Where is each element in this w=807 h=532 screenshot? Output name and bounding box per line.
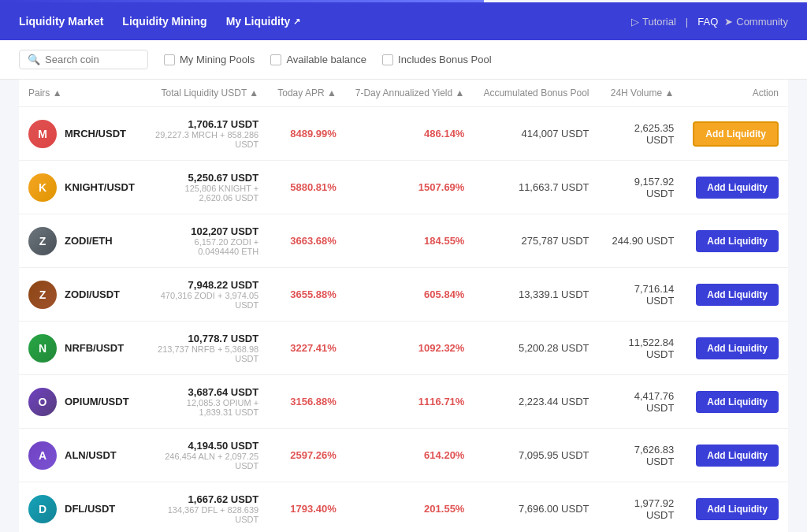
bonus-value-1: 11,663.7 USDT	[519, 181, 589, 193]
bonus-value-6: 7,095.95 USDT	[519, 449, 589, 461]
liquidity-main-1: 5,250.67 USDT	[154, 172, 258, 184]
volume-cell-7: 1,977.92 USDT	[599, 482, 684, 533]
pair-cell-5: O OPIUM/USDT	[19, 375, 144, 429]
col-bonus-pool: Accumulated Bonus Pool	[474, 80, 598, 107]
pair-icon-1: K	[28, 173, 57, 202]
pair-cell-0: M MRCH/USDT	[19, 107, 144, 161]
add-liquidity-button-2[interactable]: Add Liquidity	[696, 230, 779, 252]
liquidity-main-0: 1,706.17 USDT	[154, 118, 258, 130]
yield-value-7: 201.55%	[424, 503, 464, 515]
includes-bonus-pool-checkbox[interactable]	[382, 54, 393, 65]
liquidity-main-3: 7,948.22 USDT	[154, 279, 258, 291]
nav-my-liquidity[interactable]: My Liquidity ↗	[226, 12, 301, 31]
liquidity-sub-4: 213,737 NRFB + 5,368.98 USDT	[154, 344, 258, 363]
add-liquidity-button-7[interactable]: Add Liquidity	[696, 498, 779, 520]
liquidity-cell-0: 1,706.17 USDT 29,227.3 MRCH + 858.286 US…	[144, 107, 268, 161]
liquidity-cell-7: 1,667.62 USDT 134,367 DFL + 828.639 USDT	[144, 482, 268, 533]
add-liquidity-button-5[interactable]: Add Liquidity	[696, 391, 779, 413]
pair-cell-1: K KNIGHT/USDT	[19, 161, 144, 214]
pair-cell-6: A ALN/USDT	[19, 429, 144, 482]
bonus-value-0: 414,007 USDT	[522, 128, 589, 140]
my-mining-pools-checkbox[interactable]	[164, 54, 175, 65]
pair-name-7: DFL/USDT	[65, 503, 115, 515]
col-7day-yield[interactable]: 7-Day Annualized Yield ▲	[346, 80, 474, 107]
nav-liquidity-market[interactable]: Liquidity Market	[19, 12, 103, 31]
pair-name-0: MRCH/USDT	[65, 128, 126, 140]
liquidity-main-5: 3,687.64 USDT	[154, 386, 258, 398]
tutorial-link[interactable]: ▷ Tutorial	[631, 16, 676, 28]
liquidity-sub-1: 125,806 KNIGHT + 2,620.06 USDT	[154, 184, 258, 203]
my-mining-pools-toggle[interactable]: My Mining Pools	[164, 54, 255, 65]
col-total-liquidity[interactable]: Total Liquidity USDT ▲	[144, 80, 268, 107]
pair-icon-4: N	[28, 334, 57, 363]
add-liquidity-button-6[interactable]: Add Liquidity	[696, 445, 779, 467]
pair-cell-4: N NRFB/USDT	[19, 322, 144, 375]
apr-cell-5: 3156.88%	[268, 375, 346, 429]
bonus-cell-4: 5,200.28 USDT	[474, 322, 598, 375]
available-balance-toggle[interactable]: Available balance	[270, 54, 366, 65]
apr-value-7: 1793.40%	[290, 503, 337, 515]
col-24h-volume[interactable]: 24H Volume ▲	[599, 80, 684, 107]
volume-cell-1: 9,157.92 USDT	[599, 161, 684, 214]
table-row: D DFL/USDT 1,667.62 USDT 134,367 DFL + 8…	[19, 482, 788, 533]
table-header-row: Pairs ▲ Total Liquidity USDT ▲ Today APR…	[19, 80, 788, 107]
col-today-apr[interactable]: Today APR ▲	[268, 80, 346, 107]
includes-bonus-pool-toggle[interactable]: Includes Bonus Pool	[382, 54, 492, 65]
bonus-cell-2: 275,787 USDT	[474, 214, 598, 268]
volume-cell-3: 7,716.14 USDT	[599, 268, 684, 322]
apr-cell-7: 1793.40%	[268, 482, 346, 533]
community-link[interactable]: ➤ Community	[724, 16, 788, 28]
col-pairs[interactable]: Pairs ▲	[19, 80, 144, 107]
liquidity-cell-2: 102,207 USDT 6,157.20 ZODI + 0.0494440 E…	[144, 214, 268, 268]
liquidity-sub-0: 29,227.3 MRCH + 858.286 USDT	[154, 130, 258, 149]
volume-value-3: 7,716.14 USDT	[634, 283, 675, 307]
liquidity-sub-6: 246,454 ALN + 2,097.25 USDT	[154, 452, 258, 471]
liquidity-cell-4: 10,778.7 USDT 213,737 NRFB + 5,368.98 US…	[144, 322, 268, 375]
bonus-value-7: 7,696.00 USDT	[519, 503, 589, 515]
nav-right: ▷ Tutorial | FAQ ➤ Community	[631, 16, 788, 28]
liquidity-sub-7: 134,367 DFL + 828.639 USDT	[154, 505, 258, 524]
liquidity-cell-5: 3,687.64 USDT 12,085.3 OPIUM + 1,839.31 …	[144, 375, 268, 429]
volume-value-5: 4,417.76 USDT	[634, 390, 675, 414]
volume-cell-2: 244.90 USDT	[599, 214, 684, 268]
yield-cell-3: 605.84%	[346, 268, 474, 322]
search-input[interactable]	[45, 54, 139, 65]
search-wrap[interactable]: 🔍	[19, 50, 148, 69]
action-cell-6: Add Liquidity	[683, 429, 788, 482]
apr-cell-1: 5880.81%	[268, 161, 346, 214]
pair-icon-6: A	[28, 441, 57, 470]
bonus-cell-1: 11,663.7 USDT	[474, 161, 598, 214]
yield-value-6: 614.20%	[424, 449, 464, 461]
col-action: Action	[683, 80, 788, 107]
yield-value-2: 184.55%	[424, 235, 464, 247]
action-cell-5: Add Liquidity	[683, 375, 788, 429]
volume-value-0: 2,625.35 USDT	[634, 122, 675, 146]
action-cell-2: Add Liquidity	[683, 214, 788, 268]
pair-icon-2: Z	[28, 227, 57, 255]
pair-name-3: ZODI/USDT	[65, 288, 120, 300]
volume-value-7: 1,977.92 USDT	[634, 497, 675, 521]
table-row: A ALN/USDT 4,194.50 USDT 246,454 ALN + 2…	[19, 429, 788, 482]
bonus-value-4: 5,200.28 USDT	[519, 342, 589, 354]
includes-bonus-pool-label: Includes Bonus Pool	[398, 54, 492, 65]
available-balance-checkbox[interactable]	[270, 54, 281, 65]
nav-liquidity-mining[interactable]: Liquidity Mining	[122, 12, 206, 31]
apr-cell-6: 2597.26%	[268, 429, 346, 482]
add-liquidity-button-3[interactable]: Add Liquidity	[696, 284, 779, 306]
add-liquidity-button-0[interactable]: Add Liquidity	[693, 121, 779, 147]
add-liquidity-button-1[interactable]: Add Liquidity	[696, 177, 779, 199]
volume-value-2: 244.90 USDT	[612, 235, 675, 247]
faq-link[interactable]: FAQ	[697, 16, 718, 28]
liquidity-main-4: 10,778.7 USDT	[154, 333, 258, 344]
bonus-cell-3: 13,339.1 USDT	[474, 268, 598, 322]
apr-cell-3: 3655.88%	[268, 268, 346, 322]
table-row: O OPIUM/USDT 3,687.64 USDT 12,085.3 OPIU…	[19, 375, 788, 429]
yield-cell-0: 486.14%	[346, 107, 474, 161]
apr-value-2: 3663.68%	[290, 235, 337, 247]
available-balance-label: Available balance	[286, 54, 366, 65]
liquidity-cell-1: 5,250.67 USDT 125,806 KNIGHT + 2,620.06 …	[144, 161, 268, 214]
liquidity-cell-6: 4,194.50 USDT 246,454 ALN + 2,097.25 USD…	[144, 429, 268, 482]
nav-divider: |	[686, 16, 688, 28]
add-liquidity-button-4[interactable]: Add Liquidity	[696, 337, 779, 359]
bonus-cell-7: 7,696.00 USDT	[474, 482, 598, 533]
